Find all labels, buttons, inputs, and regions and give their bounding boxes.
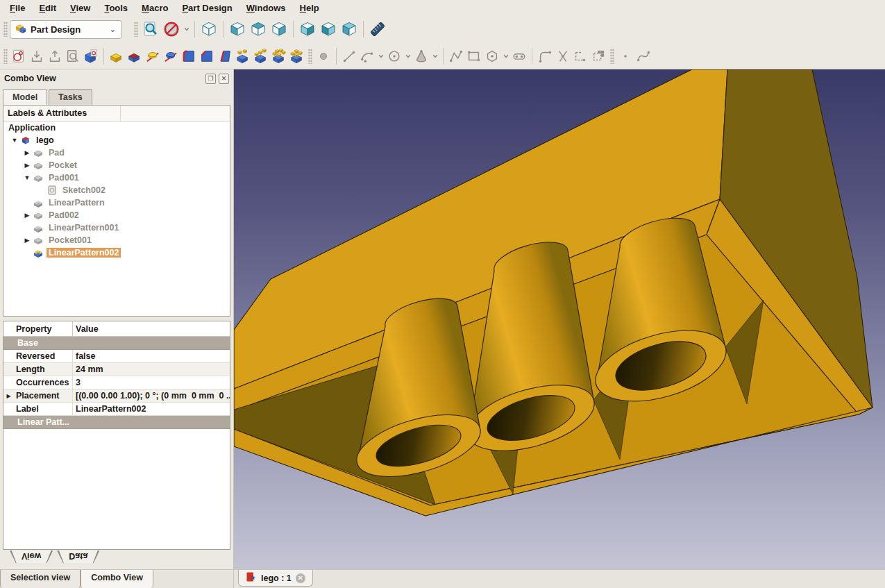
menu-item-macro[interactable]: Macro bbox=[135, 1, 175, 15]
view-top-button[interactable] bbox=[248, 19, 269, 40]
draw-style-button[interactable] bbox=[161, 19, 182, 40]
property-row-reversed[interactable]: Reversedfalse bbox=[3, 350, 230, 363]
export-sketch-button[interactable] bbox=[46, 47, 64, 65]
sketch-slot-button[interactable] bbox=[510, 47, 528, 65]
property-group-linear-patt-[interactable]: Linear Patt... bbox=[3, 416, 230, 429]
chamfer-button[interactable] bbox=[198, 47, 216, 65]
3d-viewport[interactable] bbox=[234, 69, 885, 569]
sketch-polygon-button[interactable] bbox=[483, 47, 501, 65]
sketch-carbon-copy-button[interactable] bbox=[590, 47, 608, 65]
tree-expand-icon[interactable]: ▶ bbox=[22, 237, 33, 244]
view-left-button[interactable] bbox=[339, 19, 360, 40]
sketch-bspline-button[interactable] bbox=[634, 47, 652, 65]
close-panel-button[interactable]: ✕ bbox=[219, 74, 229, 84]
menu-item-edit[interactable]: Edit bbox=[32, 1, 63, 15]
tab-model[interactable]: Model bbox=[3, 89, 47, 105]
tree-collapse-icon[interactable]: ▼ bbox=[9, 137, 20, 144]
property-value[interactable]: 3 bbox=[73, 376, 230, 389]
sketch-polyline-button[interactable] bbox=[447, 47, 465, 65]
property-group-base[interactable]: Base bbox=[3, 337, 230, 350]
tree-expand-icon[interactable]: ▶ bbox=[22, 212, 33, 219]
tree-item-application[interactable]: Application bbox=[3, 121, 230, 134]
lego-brick-model[interactable] bbox=[234, 69, 885, 569]
sketch-arc-button[interactable] bbox=[358, 47, 376, 65]
property-value[interactable]: [(0.00 0.00 1.00); 0 °; (0 mm 0 mm 0 ... bbox=[73, 389, 230, 402]
tab-view[interactable]: View bbox=[10, 551, 53, 563]
tab-tasks[interactable]: Tasks bbox=[49, 89, 92, 105]
view-front-button[interactable] bbox=[227, 19, 248, 40]
toolbar-grip[interactable] bbox=[3, 49, 8, 64]
sphere-primitive-button[interactable] bbox=[314, 47, 332, 65]
fit-all-button[interactable] bbox=[140, 19, 161, 40]
tree-item-pad002[interactable]: ▶Pad002 bbox=[3, 209, 230, 221]
property-row-occurrences[interactable]: Occurrences3 bbox=[3, 376, 230, 389]
tab-data[interactable]: Data bbox=[57, 551, 99, 563]
tree-item-linearpattern[interactable]: LinearPattern bbox=[3, 196, 230, 209]
chevron-down-button[interactable] bbox=[403, 47, 412, 65]
revolution-button[interactable] bbox=[144, 47, 162, 65]
float-panel-button[interactable]: ❐ bbox=[205, 74, 216, 84]
mirrored-button[interactable] bbox=[234, 47, 252, 65]
groove-button[interactable] bbox=[162, 47, 180, 65]
sketch-rectangle-button[interactable] bbox=[465, 47, 483, 65]
menu-item-tools[interactable]: Tools bbox=[97, 1, 135, 15]
expand-property-icon[interactable]: ▶ bbox=[3, 389, 14, 402]
chevron-down-button[interactable] bbox=[376, 47, 385, 65]
pocket-button[interactable] bbox=[126, 47, 144, 65]
fillet-button[interactable] bbox=[180, 47, 198, 65]
property-row-length[interactable]: Length24 mm bbox=[3, 363, 230, 376]
linear-pattern-button[interactable] bbox=[252, 47, 270, 65]
pad-button[interactable] bbox=[108, 47, 126, 65]
property-value[interactable]: 24 mm bbox=[73, 363, 230, 376]
toolbar-grip[interactable] bbox=[134, 22, 138, 37]
menu-item-view[interactable]: View bbox=[63, 1, 97, 15]
property-row-placement[interactable]: ▶Placement[(0.00 0.00 1.00); 0 °; (0 mm … bbox=[3, 389, 230, 403]
chevron-down-button[interactable] bbox=[430, 47, 439, 65]
view-axonometric-button[interactable] bbox=[199, 19, 219, 40]
sketch-fillet-button[interactable] bbox=[536, 47, 554, 65]
polar-pattern-button[interactable] bbox=[270, 47, 288, 65]
property-value[interactable]: false bbox=[73, 350, 230, 362]
sketch-point-button[interactable] bbox=[616, 47, 634, 65]
tree-item-pocket[interactable]: ▶Pocket bbox=[3, 159, 230, 171]
tab-combo-view[interactable]: Combo View bbox=[81, 570, 153, 588]
workbench-selector[interactable]: Part Design ⌄ bbox=[10, 20, 122, 39]
tree-collapse-icon[interactable]: ▼ bbox=[22, 174, 33, 181]
tree-item-pad[interactable]: ▶Pad bbox=[3, 146, 230, 159]
tree-item-pad001[interactable]: ▼Pad001 bbox=[3, 171, 230, 184]
tree-item-linearpattern001[interactable]: LinearPattern001 bbox=[3, 221, 230, 234]
view-bottom-button[interactable] bbox=[318, 19, 339, 40]
tree-item-sketch002[interactable]: Sketch002 bbox=[3, 184, 230, 196]
sketch-line-button[interactable] bbox=[340, 47, 358, 65]
view-rear-button[interactable] bbox=[297, 19, 318, 40]
tree-item-linearpattern002[interactable]: LinearPattern002 bbox=[3, 246, 230, 259]
sketch-conic-button[interactable] bbox=[412, 47, 430, 65]
tree-item-pocket001[interactable]: ▶Pocket001 bbox=[3, 234, 230, 246]
tree-item-lego[interactable]: ▼lego bbox=[3, 134, 230, 146]
import-sketch-button[interactable] bbox=[28, 47, 46, 65]
property-row-label[interactable]: LabelLinearPattern002 bbox=[3, 403, 230, 416]
chevron-down-button[interactable] bbox=[501, 47, 510, 65]
map-sketch-button[interactable] bbox=[82, 47, 100, 65]
sketch-trim-button[interactable] bbox=[554, 47, 572, 65]
measure-button[interactable] bbox=[367, 19, 388, 40]
tab-selection-view[interactable]: Selection view bbox=[0, 570, 81, 588]
document-tab-lego[interactable]: lego : 1 ✕ bbox=[238, 570, 313, 587]
menu-item-windows[interactable]: Windows bbox=[239, 1, 293, 15]
close-document-icon[interactable]: ✕ bbox=[296, 573, 305, 583]
property-value[interactable]: LinearPattern002 bbox=[73, 403, 230, 415]
view-right-button[interactable] bbox=[269, 19, 289, 40]
tree-expand-icon[interactable]: ▶ bbox=[22, 162, 33, 169]
menu-item-file[interactable]: File bbox=[3, 1, 32, 15]
toolbar-grip[interactable] bbox=[610, 49, 614, 64]
toolbar-grip[interactable] bbox=[3, 22, 8, 37]
toolbar-grip[interactable] bbox=[308, 49, 312, 64]
multitransform-button[interactable] bbox=[288, 47, 306, 65]
create-sketch-button[interactable] bbox=[10, 47, 28, 65]
view-sketch-button[interactable] bbox=[64, 47, 82, 65]
chevron-down-button[interactable] bbox=[182, 19, 191, 40]
draft-button[interactable] bbox=[216, 47, 234, 65]
tree-expand-icon[interactable]: ▶ bbox=[22, 149, 33, 156]
sketch-circle-button[interactable] bbox=[385, 47, 403, 65]
menu-item-part-design[interactable]: Part Design bbox=[175, 1, 239, 15]
